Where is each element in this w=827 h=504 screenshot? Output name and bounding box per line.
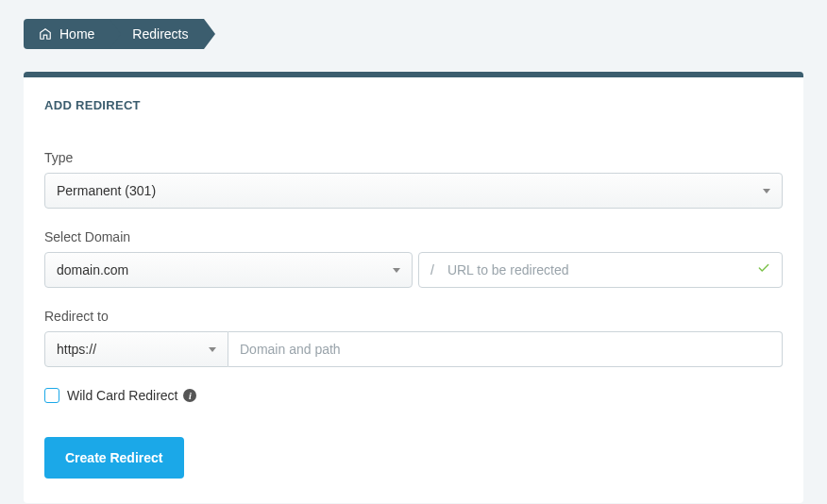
protocol-select[interactable]: https:// bbox=[44, 331, 228, 367]
path-input[interactable] bbox=[228, 331, 783, 367]
home-icon bbox=[39, 27, 52, 41]
type-select[interactable]: Permanent (301) bbox=[44, 173, 783, 209]
check-icon bbox=[757, 261, 770, 278]
add-redirect-panel: ADD REDIRECT Type Permanent (301) Select… bbox=[24, 72, 803, 503]
protocol-select-value: https:// bbox=[57, 342, 96, 357]
breadcrumb-redirects-label: Redirects bbox=[132, 26, 188, 42]
breadcrumb: Home Redirects bbox=[24, 19, 803, 49]
info-icon[interactable]: i bbox=[183, 389, 196, 402]
caret-down-icon bbox=[393, 268, 400, 273]
caret-down-icon bbox=[763, 189, 770, 193]
type-select-value: Permanent (301) bbox=[57, 183, 156, 198]
domain-select[interactable]: domain.com bbox=[44, 252, 413, 288]
breadcrumb-home-label: Home bbox=[59, 26, 94, 42]
create-redirect-button[interactable]: Create Redirect bbox=[44, 437, 184, 479]
panel-title: ADD REDIRECT bbox=[44, 98, 783, 112]
type-group: Type Permanent (301) bbox=[44, 150, 783, 209]
url-input[interactable] bbox=[447, 262, 757, 277]
wildcard-checkbox[interactable] bbox=[44, 388, 59, 403]
wildcard-row: Wild Card Redirect i bbox=[44, 388, 783, 403]
domain-select-value: domain.com bbox=[57, 262, 128, 277]
url-input-wrap: / bbox=[418, 252, 783, 288]
domain-label: Select Domain bbox=[44, 229, 783, 244]
domain-group: Select Domain domain.com / bbox=[44, 229, 783, 288]
url-prefix: / bbox=[430, 262, 434, 277]
type-label: Type bbox=[44, 150, 783, 165]
caret-down-icon bbox=[209, 347, 216, 352]
wildcard-label: Wild Card Redirect i bbox=[67, 388, 196, 403]
redirect-to-label: Redirect to bbox=[44, 309, 783, 324]
breadcrumb-home[interactable]: Home bbox=[24, 19, 110, 49]
redirect-to-group: Redirect to https:// bbox=[44, 309, 783, 367]
breadcrumb-redirects[interactable]: Redirects bbox=[110, 19, 203, 49]
